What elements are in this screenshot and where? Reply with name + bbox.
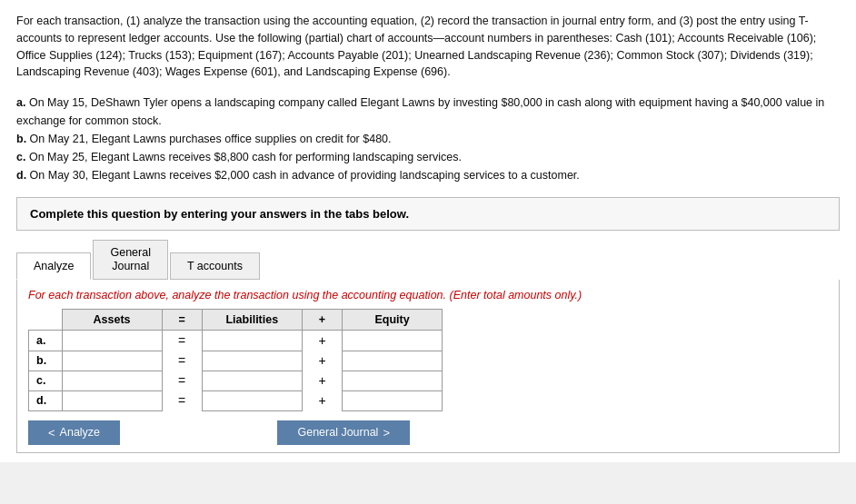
row-b-assets-input[interactable] bbox=[68, 354, 156, 367]
row-b-label: b. bbox=[29, 351, 63, 371]
problem-d: d. On May 30, Elegant Lawns receives $2,… bbox=[16, 166, 840, 184]
row-d-liabilities-input[interactable] bbox=[208, 394, 296, 407]
table-row: a. = + bbox=[29, 331, 443, 351]
col-plus: + bbox=[302, 310, 342, 331]
next-button[interactable]: General Journal > bbox=[277, 420, 410, 445]
tab-t-accounts[interactable]: T accounts bbox=[170, 252, 260, 280]
next-arrow-icon: > bbox=[383, 426, 390, 440]
row-a-liabilities-cell bbox=[202, 331, 302, 351]
problem-b: b. On May 21, Elegant Lawns purchases of… bbox=[16, 130, 840, 148]
tab-t-accounts-label: T accounts bbox=[187, 260, 243, 272]
row-b-equals: = bbox=[162, 351, 202, 371]
problem-c-text: On May 25, Elegant Lawns receives $8,800… bbox=[29, 151, 462, 163]
row-c-equity-cell bbox=[343, 371, 443, 390]
tab-analyze[interactable]: Analyze bbox=[16, 252, 91, 280]
col-equity: Equity bbox=[343, 310, 443, 331]
table-row: c. = + bbox=[29, 371, 443, 390]
row-a-equity-cell bbox=[343, 331, 443, 351]
problem-text-block: a. On May 15, DeShawn Tyler opens a land… bbox=[16, 94, 840, 184]
page-container: For each transaction, (1) analyze the tr… bbox=[0, 0, 856, 462]
prev-button[interactable]: < Analyze bbox=[28, 420, 120, 445]
tab-analyze-label: Analyze bbox=[34, 260, 74, 272]
tabs-row: Analyze GeneralJournal T accounts bbox=[16, 240, 840, 280]
row-a-plus: + bbox=[302, 331, 342, 351]
problem-a-text: On May 15, DeShawn Tyler opens a landsca… bbox=[16, 96, 824, 127]
nav-buttons: < Analyze General Journal > bbox=[28, 420, 410, 445]
tab-general-journal-label: GeneralJournal bbox=[110, 246, 150, 272]
col-assets: Assets bbox=[62, 310, 162, 331]
row-c-assets-input[interactable] bbox=[68, 374, 156, 387]
instructions-text: For each transaction, (1) analyze the tr… bbox=[16, 15, 816, 78]
complete-box-text: Complete this question by entering your … bbox=[30, 207, 409, 221]
analyze-instruction: For each transaction above, analyze the … bbox=[28, 289, 828, 301]
row-d-assets-cell bbox=[62, 390, 162, 410]
row-a-label: a. bbox=[29, 331, 63, 351]
row-c-equity-input[interactable] bbox=[348, 374, 436, 387]
col-liabilities: Liabilities bbox=[202, 310, 302, 331]
complete-box: Complete this question by entering your … bbox=[16, 197, 840, 231]
col-equals: = bbox=[162, 310, 202, 331]
problem-c-label: c. bbox=[16, 151, 25, 163]
row-c-liabilities-input[interactable] bbox=[208, 374, 296, 387]
prev-arrow-icon: < bbox=[48, 426, 55, 440]
accounting-table: Assets = Liabilities + Equity a. = bbox=[28, 309, 443, 411]
row-d-plus: + bbox=[302, 390, 342, 410]
row-b-plus: + bbox=[302, 351, 342, 371]
problem-b-label: b. bbox=[16, 133, 26, 145]
problem-a: a. On May 15, DeShawn Tyler opens a land… bbox=[16, 94, 840, 130]
row-d-assets-input[interactable] bbox=[68, 394, 156, 407]
row-a-equity-input[interactable] bbox=[348, 334, 436, 347]
row-c-equals: = bbox=[162, 371, 202, 390]
row-c-liabilities-cell bbox=[202, 371, 302, 390]
row-b-liabilities-cell bbox=[202, 351, 302, 371]
prev-button-label: Analyze bbox=[60, 426, 100, 439]
row-a-assets-input[interactable] bbox=[68, 334, 156, 347]
row-b-assets-cell bbox=[62, 351, 162, 371]
row-d-label: d. bbox=[29, 390, 63, 410]
row-b-liabilities-input[interactable] bbox=[208, 354, 296, 367]
row-c-plus: + bbox=[302, 371, 342, 390]
row-d-liabilities-cell bbox=[202, 390, 302, 410]
row-d-equity-cell bbox=[343, 390, 443, 410]
tab-panel-analyze: For each transaction above, analyze the … bbox=[16, 280, 840, 453]
next-button-label: General Journal bbox=[297, 426, 378, 439]
analyze-instruction-text: For each transaction above, analyze the … bbox=[28, 289, 446, 301]
table-row: d. = + bbox=[29, 390, 443, 410]
row-a-equals: = bbox=[162, 331, 202, 351]
row-a-liabilities-input[interactable] bbox=[208, 334, 296, 347]
table-row: b. = + bbox=[29, 351, 443, 371]
problem-c: c. On May 25, Elegant Lawns receives $8,… bbox=[16, 148, 840, 166]
problem-d-text: On May 30, Elegant Lawns receives $2,000… bbox=[30, 169, 580, 182]
tab-general-journal[interactable]: GeneralJournal bbox=[93, 240, 167, 280]
row-b-equity-input[interactable] bbox=[348, 354, 436, 367]
instructions-block: For each transaction, (1) analyze the tr… bbox=[16, 13, 840, 81]
row-c-label: c. bbox=[29, 371, 63, 390]
table-header-row: Assets = Liabilities + Equity bbox=[29, 310, 443, 331]
row-b-equity-cell bbox=[343, 351, 443, 371]
row-c-assets-cell bbox=[62, 371, 162, 390]
row-a-assets-cell bbox=[62, 331, 162, 351]
problem-d-label: d. bbox=[16, 169, 26, 182]
row-d-equity-input[interactable] bbox=[348, 394, 436, 407]
problem-b-text: On May 21, Elegant Lawns purchases offic… bbox=[30, 133, 392, 145]
analyze-instruction-note: (Enter total amounts only.) bbox=[450, 289, 582, 301]
problem-a-label: a. bbox=[16, 96, 25, 109]
row-d-equals: = bbox=[162, 390, 202, 410]
